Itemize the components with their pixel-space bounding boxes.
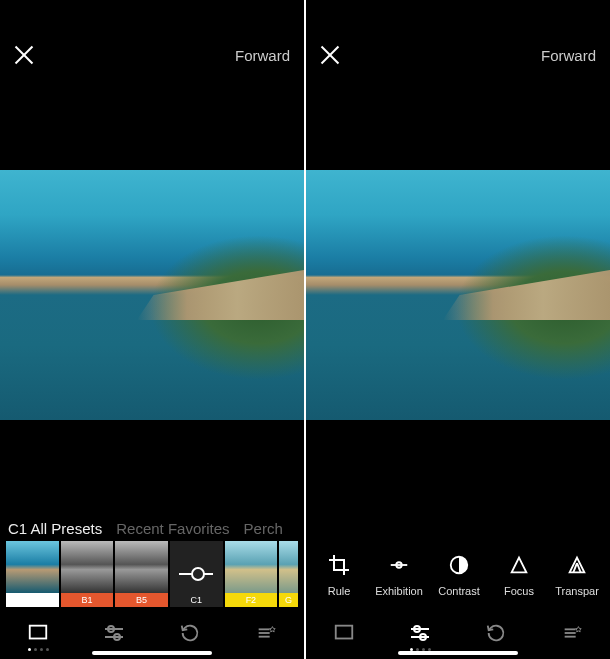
- nav-adjust[interactable]: [404, 617, 436, 649]
- filter-b5[interactable]: B5: [115, 541, 168, 607]
- forward-button[interactable]: Forward: [235, 47, 290, 64]
- contrast-icon: [445, 551, 473, 579]
- tool-label: Focus: [504, 585, 534, 597]
- tool-label: Transpar: [555, 585, 599, 597]
- photo-preview[interactable]: [306, 170, 610, 420]
- nav-history[interactable]: [480, 617, 512, 649]
- tab-perch[interactable]: Perch: [244, 520, 283, 537]
- filter-label: —: [6, 593, 59, 607]
- filter-thumb: [225, 541, 278, 593]
- preset-tabs: C1 All Presets Recent Favorites Perch: [0, 520, 304, 541]
- filter-label: B5: [115, 593, 168, 607]
- nav-history[interactable]: [174, 617, 206, 649]
- close-icon[interactable]: [320, 45, 340, 65]
- filter-label: B1: [61, 593, 114, 607]
- right-pane: Forward Rule Exhibition: [306, 0, 610, 659]
- nav-presets[interactable]: [328, 617, 360, 649]
- nav-presets[interactable]: [22, 617, 54, 649]
- home-indicator[interactable]: [92, 651, 212, 655]
- tool-label: Rule: [328, 585, 351, 597]
- filter-label: G: [279, 593, 298, 607]
- tool-rule[interactable]: Rule: [312, 551, 366, 597]
- photo-preview[interactable]: [0, 170, 304, 420]
- filter-original[interactable]: —: [6, 541, 59, 607]
- tool-transparency[interactable]: Transpar: [552, 551, 602, 597]
- forward-button[interactable]: Forward: [541, 47, 596, 64]
- filter-thumb: [115, 541, 168, 593]
- nav-recipes[interactable]: [250, 617, 282, 649]
- tab-recent-favorites[interactable]: Recent Favorites: [116, 520, 229, 537]
- tool-focus[interactable]: Focus: [492, 551, 546, 597]
- home-indicator[interactable]: [398, 651, 518, 655]
- left-pane: Forward C1 All Presets Recent Favorites …: [0, 0, 304, 659]
- filter-thumb: [6, 541, 59, 593]
- clarity-icon: [563, 551, 591, 579]
- nav-recipes[interactable]: [556, 617, 588, 649]
- filter-f2[interactable]: F2: [225, 541, 278, 607]
- tool-label: Exhibition: [375, 585, 423, 597]
- coast-photo: [0, 170, 304, 420]
- filter-label: C1: [170, 593, 223, 607]
- tool-contrast[interactable]: Contrast: [432, 551, 486, 597]
- crop-icon: [325, 551, 353, 579]
- close-icon[interactable]: [14, 45, 34, 65]
- exposure-icon: [385, 551, 413, 579]
- slider-icon: [179, 573, 213, 575]
- filter-g[interactable]: G: [279, 541, 298, 607]
- filter-thumb: [61, 541, 114, 593]
- tool-label: Contrast: [438, 585, 480, 597]
- tool-exhibition[interactable]: Exhibition: [372, 551, 426, 597]
- filter-b1[interactable]: B1: [61, 541, 114, 607]
- nav-adjust[interactable]: [98, 617, 130, 649]
- tab-all-presets[interactable]: C1 All Presets: [8, 520, 102, 537]
- sharpen-icon: [505, 551, 533, 579]
- coast-photo: [306, 170, 610, 420]
- filter-c1-slider[interactable]: C1: [170, 541, 223, 607]
- filter-label: F2: [225, 593, 278, 607]
- svg-rect-0: [30, 626, 47, 639]
- svg-rect-13: [336, 626, 353, 639]
- filter-strip[interactable]: — B1 B5 C1 F2 G: [0, 541, 304, 611]
- filter-thumb: [279, 541, 298, 593]
- tools-row[interactable]: Rule Exhibition Contrast: [306, 543, 610, 611]
- right-topbar: Forward: [306, 0, 610, 80]
- left-topbar: Forward: [0, 0, 304, 80]
